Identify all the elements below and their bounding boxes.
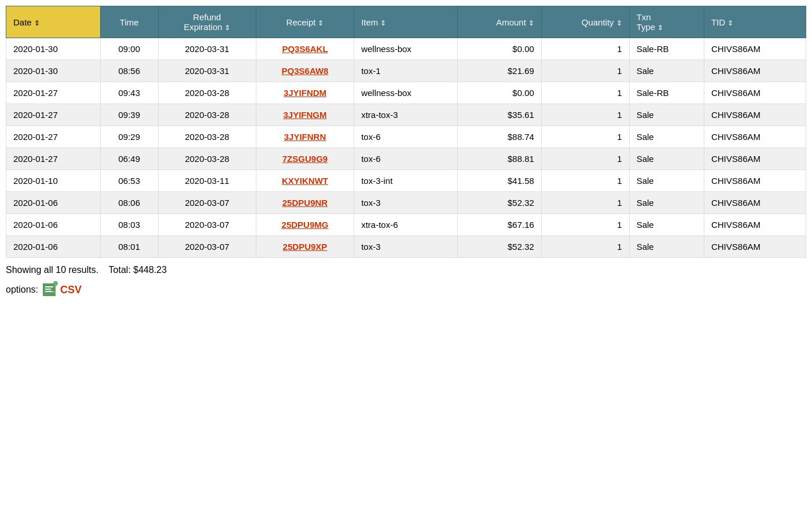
cell-item: wellness-box	[354, 38, 458, 60]
receipt-link[interactable]: 7ZSGU9G9	[282, 154, 328, 164]
cell-receipt[interactable]: 3JYIFNDM	[256, 82, 354, 104]
cell-receipt[interactable]: 3JYIFNRN	[256, 126, 354, 148]
cell-date: 2020-01-06	[6, 236, 101, 258]
cell-tid: CHIVS86AM	[704, 38, 806, 60]
cell-receipt[interactable]: 7ZSGU9G9	[256, 148, 354, 170]
cell-date: 2020-01-10	[6, 170, 101, 192]
cell-receipt[interactable]: 25DPU9XP	[256, 236, 354, 258]
cell-time: 08:56	[100, 60, 158, 82]
cell-amount: $52.32	[457, 192, 541, 214]
cell-amount: $0.00	[457, 38, 541, 60]
cell-refund_expiration: 2020-03-28	[158, 82, 256, 104]
cell-refund_expiration: 2020-03-28	[158, 104, 256, 126]
cell-receipt[interactable]: 25DPU9MG	[256, 214, 354, 236]
sort-icon-refund_expiration: ⇕	[225, 24, 230, 32]
table-row: 2020-01-1006:532020-03-11KXYIKNWTtox-3-i…	[6, 170, 806, 192]
cell-tid: CHIVS86AM	[704, 104, 806, 126]
col-header-tid[interactable]: TID ⇕	[704, 6, 806, 38]
cell-quantity: 1	[541, 126, 629, 148]
col-header-refund_expiration[interactable]: RefundExpiration ⇕	[158, 6, 256, 38]
cell-tid: CHIVS86AM	[704, 192, 806, 214]
cell-item: tox-3-int	[354, 170, 458, 192]
cell-quantity: 1	[541, 104, 629, 126]
col-header-amount[interactable]: Amount ⇕	[457, 6, 541, 38]
cell-date: 2020-01-30	[6, 60, 101, 82]
cell-txn_type: Sale	[629, 170, 704, 192]
receipt-link[interactable]: 3JYIFNDM	[284, 88, 326, 98]
cell-amount: $88.81	[457, 148, 541, 170]
sort-icon-amount: ⇕	[528, 19, 534, 27]
cell-receipt[interactable]: 25DPU9NR	[256, 192, 354, 214]
cell-tid: CHIVS86AM	[704, 148, 806, 170]
cell-item: tox-3	[354, 236, 458, 258]
cell-item: tox-1	[354, 60, 458, 82]
sort-icon-date: ⇕	[34, 19, 40, 27]
sort-icon-item: ⇕	[380, 19, 386, 27]
receipt-link[interactable]: KXYIKNWT	[282, 176, 328, 186]
cell-txn_type: Sale-RB	[629, 82, 704, 104]
table-row: 2020-01-0608:032020-03-0725DPU9MGxtra-to…	[6, 214, 806, 236]
cell-tid: CHIVS86AM	[704, 82, 806, 104]
export-label: options:	[6, 285, 38, 295]
table-row: 2020-01-2709:432020-03-283JYIFNDMwellnes…	[6, 82, 806, 104]
cell-amount: $0.00	[457, 82, 541, 104]
cell-txn_type: Sale	[629, 214, 704, 236]
receipt-link[interactable]: 3JYIFNRN	[284, 132, 326, 142]
receipt-link[interactable]: PQ3S6AKL	[282, 44, 328, 54]
cell-receipt[interactable]: 3JYIFNGM	[256, 104, 354, 126]
cell-quantity: 1	[541, 38, 629, 60]
cell-item: tox-3	[354, 192, 458, 214]
cell-tid: CHIVS86AM	[704, 214, 806, 236]
cell-receipt[interactable]: PQ3S6AW8	[256, 60, 354, 82]
cell-time: 09:00	[100, 38, 158, 60]
cell-refund_expiration: 2020-03-07	[158, 192, 256, 214]
cell-quantity: 1	[541, 148, 629, 170]
cell-txn_type: Sale	[629, 236, 704, 258]
receipt-link[interactable]: 25DPU9NR	[282, 198, 328, 208]
col-header-time: Time	[100, 6, 158, 38]
cell-time: 09:43	[100, 82, 158, 104]
col-header-item[interactable]: Item ⇕	[354, 6, 458, 38]
cell-amount: $67.16	[457, 214, 541, 236]
cell-amount: $35.61	[457, 104, 541, 126]
results-footer: Showing all 10 results. Total: $448.23	[6, 265, 806, 275]
csv-icon[interactable]	[43, 283, 56, 296]
export-options: options: CSV	[6, 283, 806, 296]
cell-date: 2020-01-27	[6, 82, 101, 104]
receipt-link[interactable]: 25DPU9MG	[282, 220, 329, 230]
cell-quantity: 1	[541, 192, 629, 214]
receipt-link[interactable]: PQ3S6AW8	[282, 66, 329, 76]
cell-receipt[interactable]: PQ3S6AKL	[256, 38, 354, 60]
cell-date: 2020-01-27	[6, 126, 101, 148]
cell-quantity: 1	[541, 82, 629, 104]
sort-icon-quantity: ⇕	[616, 19, 622, 27]
csv-link[interactable]: CSV	[60, 284, 82, 296]
total-value: $448.23	[133, 265, 167, 275]
cell-tid: CHIVS86AM	[704, 236, 806, 258]
col-header-txn_type[interactable]: TxnType ⇕	[629, 6, 704, 38]
receipt-link[interactable]: 3JYIFNGM	[283, 110, 326, 120]
cell-refund_expiration: 2020-03-28	[158, 126, 256, 148]
cell-receipt[interactable]: KXYIKNWT	[256, 170, 354, 192]
table-row: 2020-01-0608:062020-03-0725DPU9NRtox-3$5…	[6, 192, 806, 214]
col-header-receipt[interactable]: Receipt ⇕	[256, 6, 354, 38]
cell-tid: CHIVS86AM	[704, 60, 806, 82]
cell-time: 08:03	[100, 214, 158, 236]
col-header-quantity[interactable]: Quantity ⇕	[541, 6, 629, 38]
cell-date: 2020-01-27	[6, 148, 101, 170]
cell-date: 2020-01-06	[6, 192, 101, 214]
cell-amount: $88.74	[457, 126, 541, 148]
cell-txn_type: Sale	[629, 104, 704, 126]
receipt-link[interactable]: 25DPU9XP	[283, 242, 328, 252]
cell-refund_expiration: 2020-03-07	[158, 214, 256, 236]
col-header-date[interactable]: Date ⇕	[6, 6, 101, 38]
cell-txn_type: Sale	[629, 60, 704, 82]
cell-item: tox-6	[354, 148, 458, 170]
results-text: Showing all 10 results.	[6, 265, 98, 275]
cell-date: 2020-01-06	[6, 214, 101, 236]
cell-amount: $41.58	[457, 170, 541, 192]
cell-quantity: 1	[541, 60, 629, 82]
table-row: 2020-01-2706:492020-03-287ZSGU9G9tox-6$8…	[6, 148, 806, 170]
cell-amount: $21.69	[457, 60, 541, 82]
cell-refund_expiration: 2020-03-31	[158, 38, 256, 60]
